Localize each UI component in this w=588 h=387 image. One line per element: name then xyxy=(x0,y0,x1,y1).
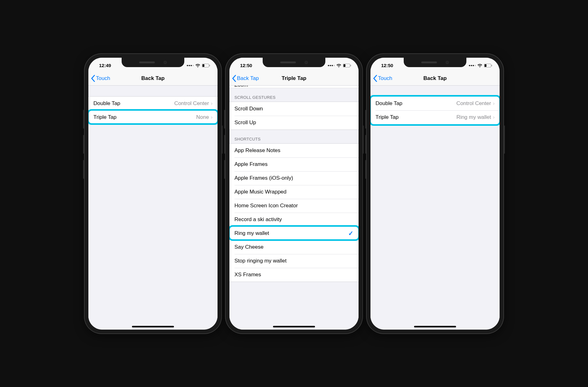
wifi-icon xyxy=(195,64,200,67)
settings-group: Scroll Down Scroll Up xyxy=(229,102,359,130)
chevron-right-icon: › xyxy=(211,101,213,106)
battery-icon xyxy=(484,64,492,67)
content-area: Double Tap Control Center › Triple Tap R… xyxy=(370,86,500,330)
row-label: Say Cheese xyxy=(234,244,354,250)
row-double-tap[interactable]: Double Tap Control Center › xyxy=(88,97,218,110)
list-item[interactable]: Apple Frames (iOS-only) xyxy=(229,171,359,185)
chevron-right-icon: › xyxy=(211,114,213,120)
nav-title: Back Tap xyxy=(141,75,165,82)
row-label: Record a ski activity xyxy=(234,216,354,223)
list-item[interactable]: Scroll Up xyxy=(229,116,359,130)
phone-frame: 12:49 Touch Back Tap Double Tap xyxy=(84,53,222,334)
chevron-right-icon: › xyxy=(493,114,495,120)
nav-title: Back Tap xyxy=(423,75,447,82)
screen: 12:50 Touch Back Tap Double Tap xyxy=(370,58,500,330)
list-item[interactable]: Record a ski activity xyxy=(229,213,359,226)
status-time: 12:50 xyxy=(237,63,252,68)
svg-rect-4 xyxy=(344,64,345,67)
content-area: Double Tap Control Center › Triple Tap N… xyxy=(88,86,218,330)
row-label: App Release Notes xyxy=(234,147,354,154)
screen: 12:50 Back Tap Triple Tap Zoom SCROLL xyxy=(229,58,359,330)
settings-group: App Release Notes Apple Frames Apple Fra… xyxy=(229,143,359,282)
settings-group: Double Tap Control Center › Triple Tap N… xyxy=(88,96,218,125)
row-value: None xyxy=(196,114,209,120)
row-label: XS Frames xyxy=(234,272,354,278)
battery-icon xyxy=(202,64,210,67)
chevron-left-icon xyxy=(232,75,236,82)
list-item[interactable]: Apple Frames xyxy=(229,157,359,171)
section-header-scroll-gestures: SCROLL GESTURES xyxy=(229,88,359,102)
chevron-left-icon xyxy=(373,75,377,82)
list-item-ring-my-wallet[interactable]: Ring my wallet ✓ xyxy=(229,226,359,240)
notch xyxy=(263,58,325,67)
svg-rect-2 xyxy=(209,65,210,66)
nav-bar: Touch Back Tap xyxy=(88,72,218,86)
list-item[interactable]: App Release Notes xyxy=(229,144,359,157)
row-label: Zoom xyxy=(234,86,354,88)
list-item[interactable]: XS Frames xyxy=(229,268,359,282)
row-value: Control Center xyxy=(456,100,491,107)
row-label: Ring my wallet xyxy=(234,230,348,236)
nav-back-label: Touch xyxy=(96,75,110,82)
nav-back-button[interactable]: Touch xyxy=(373,72,392,85)
chevron-left-icon xyxy=(91,75,95,82)
nav-title: Triple Tap xyxy=(281,75,306,82)
nav-back-label: Back Tap xyxy=(237,75,259,82)
nav-back-button[interactable]: Back Tap xyxy=(232,72,259,85)
cellular-signal-icon xyxy=(328,65,335,66)
row-label: Double Tap xyxy=(375,100,456,107)
list-item[interactable]: Home Screen Icon Creator xyxy=(229,199,359,213)
screen: 12:49 Touch Back Tap Double Tap xyxy=(88,58,218,330)
checkmark-icon: ✓ xyxy=(348,230,354,237)
row-label: Scroll Down xyxy=(234,106,354,112)
row-label: Apple Frames xyxy=(234,161,354,167)
cellular-signal-icon xyxy=(469,65,476,66)
home-indicator[interactable] xyxy=(132,326,174,327)
phone-frame: 12:50 Back Tap Triple Tap Zoom SCROLL xyxy=(225,53,363,334)
row-label: Double Tap xyxy=(93,100,174,107)
row-triple-tap[interactable]: Triple Tap Ring my wallet › xyxy=(370,110,500,124)
row-label: Triple Tap xyxy=(375,114,456,120)
status-time: 12:49 xyxy=(96,63,111,68)
row-double-tap[interactable]: Double Tap Control Center › xyxy=(370,97,500,110)
svg-rect-8 xyxy=(491,65,492,66)
notch xyxy=(122,58,184,67)
list-item[interactable]: Zoom xyxy=(229,86,359,88)
home-indicator[interactable] xyxy=(273,326,315,327)
list-item[interactable]: Apple Music Wrapped xyxy=(229,185,359,199)
svg-rect-1 xyxy=(202,64,204,67)
chevron-right-icon: › xyxy=(493,101,495,106)
row-label: Apple Music Wrapped xyxy=(234,189,354,195)
list-item[interactable]: Scroll Down xyxy=(229,102,359,116)
nav-bar: Touch Back Tap xyxy=(370,72,500,86)
nav-back-button[interactable]: Touch xyxy=(91,72,110,85)
row-label: Home Screen Icon Creator xyxy=(234,203,354,209)
status-time: 12:50 xyxy=(378,63,393,68)
row-value: Ring my wallet xyxy=(456,114,491,120)
row-value: Control Center xyxy=(174,100,209,107)
notch xyxy=(404,58,466,67)
phone-frame: 12:50 Touch Back Tap Double Tap xyxy=(366,53,504,334)
cellular-signal-icon xyxy=(187,65,194,66)
list-item[interactable]: Say Cheese xyxy=(229,240,359,254)
nav-back-label: Touch xyxy=(378,75,392,82)
row-label: Apple Frames (iOS-only) xyxy=(234,175,354,181)
row-label: Scroll Up xyxy=(234,119,354,126)
wifi-icon xyxy=(336,64,341,67)
row-triple-tap[interactable]: Triple Tap None › xyxy=(88,110,218,124)
svg-rect-7 xyxy=(485,64,486,67)
wifi-icon xyxy=(477,64,482,67)
section-header-shortcuts: SHORTCUTS xyxy=(229,130,359,143)
row-label: Triple Tap xyxy=(93,114,196,120)
settings-group: Double Tap Control Center › Triple Tap R… xyxy=(370,96,500,125)
battery-icon xyxy=(343,64,351,67)
home-indicator[interactable] xyxy=(414,326,456,327)
svg-rect-5 xyxy=(350,65,351,66)
nav-bar: Back Tap Triple Tap xyxy=(229,72,359,86)
list-item[interactable]: Stop ringing my wallet xyxy=(229,254,359,268)
content-area[interactable]: Zoom SCROLL GESTURES Scroll Down Scroll … xyxy=(229,86,359,330)
row-label: Stop ringing my wallet xyxy=(234,258,354,264)
